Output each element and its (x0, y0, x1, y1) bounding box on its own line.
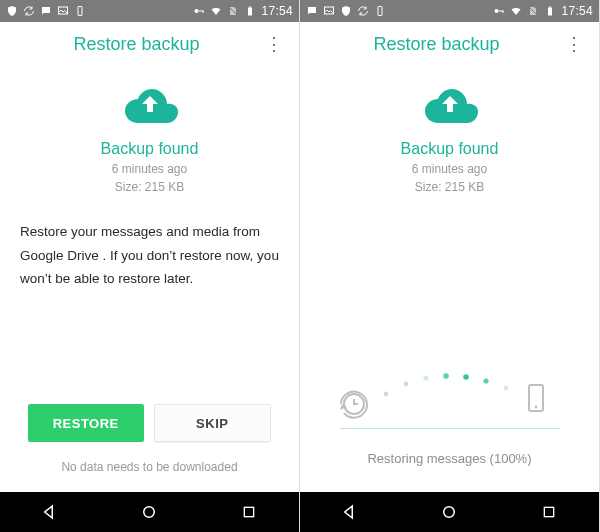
overflow-menu-icon[interactable]: ⋮ (261, 31, 287, 57)
chat-icon (306, 5, 318, 17)
svg-rect-1 (78, 7, 82, 16)
restore-button[interactable]: RESTORE (28, 404, 144, 442)
restore-description: Restore your messages and media from Goo… (20, 220, 279, 291)
image-icon (323, 5, 335, 17)
status-time: 17:54 (261, 4, 293, 18)
no-sim-icon (527, 5, 539, 17)
image-icon (57, 5, 69, 17)
svg-rect-29 (544, 507, 553, 516)
nav-recents-icon[interactable] (239, 502, 259, 522)
svg-rect-9 (244, 507, 253, 516)
device-icon (74, 5, 86, 17)
screen-title: Restore backup (12, 34, 261, 55)
nav-recents-icon[interactable] (539, 502, 559, 522)
svg-point-27 (534, 406, 537, 409)
refresh-icon (23, 5, 35, 17)
device-icon (374, 5, 386, 17)
svg-point-24 (483, 378, 488, 383)
svg-rect-4 (203, 11, 204, 14)
no-sim-icon (227, 5, 239, 17)
backup-found-heading: Backup found (101, 140, 199, 158)
svg-point-23 (463, 374, 469, 380)
status-time: 17:54 (561, 4, 593, 18)
svg-rect-7 (249, 7, 251, 8)
screen-restore-prompt: 17:54 Restore backup ⋮ Backup found 6 mi… (0, 0, 300, 532)
battery-icon (244, 5, 256, 17)
cloud-upload-icon (422, 84, 478, 130)
shield-icon (340, 5, 352, 17)
svg-point-12 (495, 9, 499, 13)
battery-icon (544, 5, 556, 17)
progress-bar (340, 428, 560, 429)
chat-icon (40, 5, 52, 17)
navigation-bar (0, 492, 299, 532)
backup-found-heading: Backup found (401, 140, 499, 158)
screen-title: Restore backup (312, 34, 561, 55)
navigation-bar (300, 492, 599, 532)
content-area: Backup found 6 minutes ago Size: 215 KB (300, 66, 599, 492)
status-bar: 17:54 (300, 0, 599, 22)
status-bar: 17:54 (0, 0, 299, 22)
svg-point-20 (403, 382, 408, 387)
nav-back-icon[interactable] (340, 502, 360, 522)
progress-animation (340, 366, 560, 422)
backup-size: Size: 215 KB (415, 180, 484, 194)
svg-rect-14 (503, 11, 504, 14)
svg-rect-17 (549, 7, 551, 8)
cloud-upload-icon (122, 84, 178, 130)
svg-rect-6 (248, 8, 252, 16)
wifi-icon (210, 5, 222, 17)
refresh-icon (357, 5, 369, 17)
wifi-icon (510, 5, 522, 17)
progress-status-text: Restoring messages (100%) (367, 451, 531, 466)
svg-rect-16 (548, 8, 552, 16)
svg-point-19 (383, 392, 388, 397)
skip-button[interactable]: SKIP (154, 404, 272, 442)
backup-size: Size: 215 KB (115, 180, 184, 194)
nav-back-icon[interactable] (40, 502, 60, 522)
vpn-key-icon (193, 5, 205, 17)
nav-home-icon[interactable] (139, 502, 159, 522)
svg-point-2 (195, 9, 199, 13)
backup-time: 6 minutes ago (412, 162, 487, 176)
svg-point-8 (144, 507, 155, 518)
overflow-menu-icon[interactable]: ⋮ (561, 31, 587, 57)
vpn-key-icon (493, 5, 505, 17)
svg-rect-11 (378, 7, 382, 16)
backup-time: 6 minutes ago (112, 162, 187, 176)
svg-point-25 (503, 386, 508, 391)
svg-point-22 (443, 373, 449, 379)
download-hint: No data needs to be downloaded (61, 460, 237, 474)
content-area: Backup found 6 minutes ago Size: 215 KB … (0, 66, 299, 492)
svg-point-28 (444, 507, 455, 518)
screen-restore-progress: 17:54 Restore backup ⋮ Backup found 6 mi… (300, 0, 600, 532)
app-header: Restore backup ⋮ (0, 22, 299, 66)
app-header: Restore backup ⋮ (300, 22, 599, 66)
button-row: RESTORE SKIP (20, 404, 279, 442)
shield-icon (6, 5, 18, 17)
svg-point-21 (423, 375, 428, 380)
nav-home-icon[interactable] (439, 502, 459, 522)
